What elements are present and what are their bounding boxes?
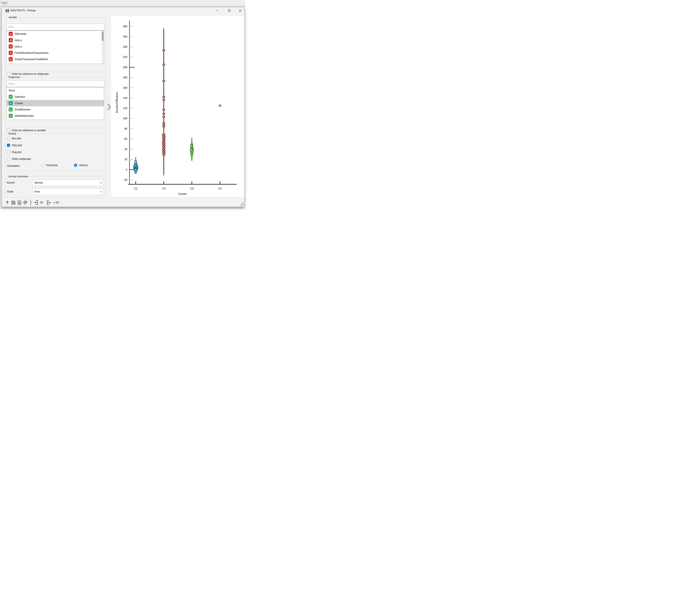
list-item-Silhouette[interactable]: NSilhouette (7, 31, 104, 37)
violin-plot-canvas[interactable]: -200204060801001201401601802002202402602… (111, 16, 244, 197)
minimize-button[interactable] (213, 7, 221, 14)
chevron-down-icon (100, 191, 102, 193)
display-group-title: Display (7, 132, 17, 135)
box-plot-checkbox[interactable] (7, 137, 10, 140)
resize-grip-icon[interactable] (240, 202, 244, 206)
display-groupbox: Display Box plot✓Strip plotRug plotOrder… (5, 134, 106, 171)
save-button[interactable] (10, 200, 16, 205)
categorical-variable-icon: C (9, 101, 13, 105)
list-item-EmailDomain[interactable]: CEmailDomain (7, 106, 104, 113)
density-group-title: Density Estimation (7, 175, 29, 178)
report-button[interactable] (16, 200, 22, 205)
order-by-relevance-subgroups-checkbox[interactable] (7, 72, 10, 75)
kernel-value: Normal (34, 182, 43, 184)
numeric-variable-icon: N (9, 44, 13, 48)
svg-text:240: 240 (123, 45, 127, 48)
list-item-mds-y[interactable]: Nmds-y (7, 43, 104, 50)
list-item-Cluster[interactable]: CCluster (7, 100, 104, 106)
variable-list-scrollbar[interactable] (102, 31, 104, 64)
vertical-radio[interactable] (74, 164, 77, 167)
checkbox-label: Rug plot (12, 151, 22, 154)
input-summary[interactable] (33, 200, 39, 205)
violin-plot-window: Violin Plot F5 - Orange Variable NSilhou… (2, 7, 245, 207)
svg-text:100: 100 (123, 117, 127, 120)
list-item-PointsNumberofTransactions[interactable]: NPointsNumberofTransactions (7, 50, 104, 56)
list-item-label: PointsNumberofTransactions (15, 52, 48, 55)
checkbox-label: Order subgroups (12, 158, 31, 160)
variable-list[interactable]: NSilhouetteNmds-xNmds-yNPointsNumberofTr… (7, 30, 104, 64)
save-icon (11, 201, 15, 205)
horizontal-radio[interactable] (41, 164, 44, 167)
subgroups-filter-input[interactable] (7, 81, 104, 87)
input-count: 58 (40, 201, 43, 204)
svg-text:60: 60 (124, 137, 127, 140)
variable-filter-input[interactable] (7, 24, 104, 30)
output-count: - | 58 (53, 201, 59, 204)
svg-text:80: 80 (124, 127, 127, 130)
strip-plot-checkbox[interactable]: ✓ (7, 144, 10, 147)
chevron-down-icon (100, 182, 102, 184)
svg-text:20: 20 (124, 158, 127, 161)
display-option-row-order-subgroups[interactable]: Order subgroups (7, 157, 31, 160)
checkbox-label: Box plot (12, 137, 21, 140)
variable-scrollbar-thumb[interactable] (102, 32, 104, 41)
visual-settings-button[interactable] (22, 200, 28, 205)
svg-text:260: 260 (123, 35, 127, 38)
help-button[interactable]: ? (4, 200, 10, 205)
subgroups-list[interactable]: NoneCSelectedCClusterCEmailDomainCIsMobi… (7, 87, 104, 120)
titlebar[interactable]: Violin Plot F5 - Orange (2, 7, 244, 14)
background-window-title-clipped: nge (1, 0, 8, 5)
input-arrow-icon (34, 200, 38, 205)
maximize-icon (228, 9, 231, 12)
display-option-row-box-plot[interactable]: Box plot (7, 137, 21, 140)
categorical-variable-icon: C (9, 107, 13, 111)
order-subgroups-checkbox[interactable] (7, 157, 10, 160)
radio-label: Horizontal (46, 164, 58, 167)
order-by-relevance-variable-row[interactable]: Order by relevance to variable (7, 129, 46, 132)
collapse-panel-button[interactable] (107, 102, 112, 111)
numeric-variable-icon: N (9, 57, 13, 61)
svg-text:C4: C4 (218, 187, 222, 190)
list-item-label: IsMobileNumber (15, 114, 34, 118)
display-option-row-strip-plot[interactable]: ✓Strip plot (7, 144, 22, 147)
kernel-combobox[interactable]: Normal (33, 179, 104, 186)
scale-value: Area (34, 190, 40, 193)
order-by-relevance-variable-label: Order by relevance to variable (12, 129, 46, 132)
chevron-right-icon (107, 104, 111, 110)
report-icon (18, 200, 22, 205)
output-summary[interactable] (46, 200, 52, 205)
checkbox-label: Strip plot (12, 144, 22, 147)
variable-group-title: Variable (7, 16, 18, 19)
density-groupbox: Density Estimation Kernel: Normal Scale:… (5, 176, 106, 197)
list-item-label: mds-x (15, 39, 22, 42)
svg-text:180: 180 (123, 76, 127, 79)
order-by-relevance-subgroups-row[interactable]: Order by relevance to subgroups (7, 72, 49, 75)
close-button[interactable] (236, 7, 244, 14)
list-item-IsMobileNumber[interactable]: CIsMobileNumber (7, 113, 104, 119)
numeric-variable-icon: N (9, 32, 13, 36)
order-by-relevance-variable-checkbox[interactable] (7, 129, 10, 132)
rug-plot-checkbox[interactable] (7, 151, 10, 154)
display-option-row-rug-plot[interactable]: Rug plot (7, 151, 22, 154)
svg-text:C3: C3 (190, 187, 194, 190)
svg-text:C1: C1 (134, 187, 137, 190)
list-item-Selected[interactable]: CSelected (7, 94, 104, 100)
minimize-icon (216, 9, 218, 12)
background-window-edge (0, 6, 245, 6)
scale-combobox[interactable]: Area (33, 188, 104, 195)
list-item-label: Cluster (15, 102, 23, 105)
screen: nge Violin Plot F5 - Orange Variable (0, 0, 249, 211)
list-item-mds-x[interactable]: Nmds-x (7, 37, 104, 43)
maximize-button[interactable] (225, 7, 233, 14)
svg-text:220: 220 (123, 56, 127, 58)
output-arrow-icon (47, 200, 51, 205)
orientation-row: Orientation: (7, 165, 41, 167)
orientation-option-vertical[interactable]: Vertical (74, 164, 88, 167)
list-item-label: Selected (15, 95, 25, 98)
list-item-None[interactable]: None (7, 87, 104, 94)
svg-text:40: 40 (124, 148, 127, 151)
orientation-option-horizontal[interactable]: Horizontal (41, 164, 58, 167)
svg-text:160: 160 (123, 86, 127, 89)
list-item-label: EmailDomain (15, 108, 30, 111)
list-item-PointsTransactionTotalWorth[interactable]: NPointsTransactionTotalWorth (7, 56, 104, 62)
